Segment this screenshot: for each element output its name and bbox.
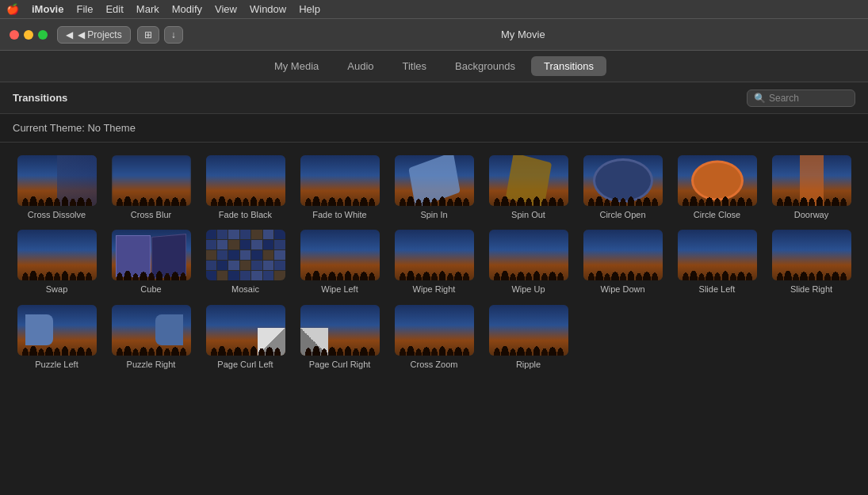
- menu-modify[interactable]: Modify: [172, 3, 202, 15]
- transition-label-ripple: Ripple: [516, 359, 541, 370]
- forest-overlay-cube: [112, 245, 191, 280]
- forest-overlay-swap: [17, 245, 97, 280]
- transition-label-cross-blur: Cross Blur: [131, 209, 171, 220]
- transition-label-slide-right: Slide Right: [790, 284, 832, 295]
- transition-item-cross-dissolve[interactable]: Cross Dissolve: [13, 155, 101, 220]
- menu-mark[interactable]: Mark: [136, 3, 159, 15]
- transition-label-mosaic: Mosaic: [231, 284, 259, 295]
- theme-label: Current Theme: No Theme: [0, 114, 868, 143]
- search-icon: 🔍: [754, 93, 766, 104]
- transition-thumb-fade-to-white: [300, 155, 380, 206]
- transition-item-circle-open[interactable]: Circle Open: [579, 155, 667, 220]
- transition-item-puzzle-left[interactable]: Puzzle Left: [13, 305, 101, 370]
- transition-item-spin-out[interactable]: Spin Out: [484, 155, 572, 220]
- transition-visual-mosaic: [206, 230, 285, 280]
- transition-item-puzzle-right[interactable]: Puzzle Right: [107, 305, 195, 370]
- menu-file[interactable]: File: [76, 3, 93, 15]
- transition-thumb-cross-dissolve: [17, 155, 97, 206]
- forest-overlay-puzzle-right: [112, 320, 191, 356]
- transition-thumb-spin-out: [489, 155, 568, 206]
- transition-thumb-slide-left: [678, 230, 757, 280]
- movie-title: My Movie: [501, 29, 545, 40]
- transition-label-puzzle-right: Puzzle Right: [127, 359, 176, 370]
- tab-transitions[interactable]: Transitions: [531, 56, 606, 76]
- transition-item-wipe-up[interactable]: Wipe Up: [484, 230, 572, 295]
- search-input[interactable]: [769, 93, 848, 104]
- transition-thumb-cross-zoom: [395, 305, 474, 356]
- transition-item-cross-zoom[interactable]: Cross Zoom: [390, 305, 478, 370]
- transition-label-puzzle-left: Puzzle Left: [35, 359, 78, 370]
- transition-label-circle-open: Circle Open: [599, 209, 645, 220]
- transition-item-wipe-right[interactable]: Wipe Right: [390, 230, 478, 295]
- forest-overlay-spin-in: [395, 170, 474, 206]
- tab-my-media[interactable]: My Media: [262, 56, 331, 76]
- transition-item-swap[interactable]: Swap: [13, 230, 101, 295]
- transition-label-wipe-right: Wipe Right: [413, 284, 456, 295]
- tab-backgrounds[interactable]: Backgrounds: [442, 56, 528, 76]
- transition-label-swap: Swap: [46, 284, 68, 295]
- transition-item-wipe-left[interactable]: Wipe Left: [296, 230, 384, 295]
- transition-item-cross-blur[interactable]: Cross Blur: [107, 155, 195, 220]
- tab-titles[interactable]: Titles: [390, 56, 440, 76]
- transition-item-fade-to-black[interactable]: Fade to Black: [201, 155, 289, 220]
- projects-button[interactable]: ◀ ◀ Projects: [57, 26, 131, 44]
- transition-item-page-curl-right[interactable]: Page Curl Right: [296, 305, 384, 370]
- menu-view[interactable]: View: [215, 3, 237, 15]
- transition-label-circle-close: Circle Close: [694, 209, 740, 220]
- forest-overlay-doorway: [772, 170, 851, 206]
- menu-help[interactable]: Help: [299, 3, 320, 15]
- transition-thumb-wipe-down: [583, 230, 663, 280]
- transition-item-circle-close[interactable]: Circle Close: [673, 155, 761, 220]
- titlebar: ◀ ◀ Projects ⊞ ↓ My Movie: [0, 19, 868, 51]
- menu-window[interactable]: Window: [250, 3, 286, 15]
- content-header: Transitions 🔍: [0, 82, 868, 114]
- transition-thumb-circle-close: [678, 155, 757, 206]
- transition-label-cross-dissolve: Cross Dissolve: [28, 209, 86, 220]
- forest-overlay-puzzle-left: [17, 320, 97, 356]
- transition-item-fade-to-white[interactable]: Fade to White: [296, 155, 384, 220]
- transition-item-slide-right[interactable]: Slide Right: [767, 230, 855, 295]
- transition-label-slide-left: Slide Left: [699, 284, 736, 295]
- forest-overlay-page-curl-left: [206, 320, 285, 356]
- transition-thumb-wipe-left: [300, 230, 380, 280]
- transition-label-fade-to-black: Fade to Black: [219, 209, 272, 220]
- transition-thumb-page-curl-right: [300, 305, 380, 356]
- transition-thumb-puzzle-left: [17, 305, 97, 356]
- view-toggle-button[interactable]: ⊞: [137, 26, 159, 44]
- transition-thumb-cross-blur: [112, 155, 191, 206]
- transition-thumb-mosaic: [206, 230, 285, 280]
- search-box[interactable]: 🔍: [747, 89, 855, 107]
- transition-label-page-curl-left: Page Curl Left: [217, 359, 273, 370]
- transition-label-spin-in: Spin In: [420, 209, 447, 220]
- forest-overlay-circle-open: [583, 170, 663, 206]
- tabbar: My Media Audio Titles Backgrounds Transi…: [0, 51, 868, 82]
- maximize-button[interactable]: [38, 30, 48, 40]
- back-icon: ◀: [66, 29, 73, 40]
- transition-item-spin-in[interactable]: Spin In: [390, 155, 478, 220]
- traffic-lights: [10, 30, 48, 40]
- forest-overlay-wipe-right: [395, 245, 474, 280]
- apple-icon[interactable]: 🍎: [6, 3, 19, 15]
- menu-edit[interactable]: Edit: [105, 3, 123, 15]
- transition-item-wipe-down[interactable]: Wipe Down: [579, 230, 667, 295]
- transition-item-ripple[interactable]: Ripple: [484, 305, 572, 370]
- transition-item-cube[interactable]: Cube: [107, 230, 195, 295]
- transition-item-doorway[interactable]: Doorway: [767, 155, 855, 220]
- transition-thumb-puzzle-right: [112, 305, 191, 356]
- minimize-button[interactable]: [24, 30, 33, 40]
- close-button[interactable]: [10, 30, 19, 40]
- transition-thumb-wipe-up: [489, 230, 568, 280]
- sort-button[interactable]: ↓: [164, 26, 183, 44]
- forest-overlay-cross-zoom: [395, 320, 474, 356]
- transition-label-wipe-left: Wipe Left: [321, 284, 358, 295]
- forest-overlay-spin-out: [489, 170, 568, 206]
- transition-thumb-wipe-right: [395, 230, 474, 280]
- app-name: iMovie: [32, 3, 63, 15]
- transition-item-mosaic[interactable]: Mosaic: [201, 230, 289, 295]
- transition-item-slide-left[interactable]: Slide Left: [673, 230, 761, 295]
- tab-audio[interactable]: Audio: [335, 56, 386, 76]
- transition-label-cross-zoom: Cross Zoom: [411, 359, 458, 370]
- transition-label-fade-to-white: Fade to White: [312, 209, 366, 220]
- transition-item-page-curl-left[interactable]: Page Curl Left: [201, 305, 289, 370]
- transition-thumb-cube: [112, 230, 191, 280]
